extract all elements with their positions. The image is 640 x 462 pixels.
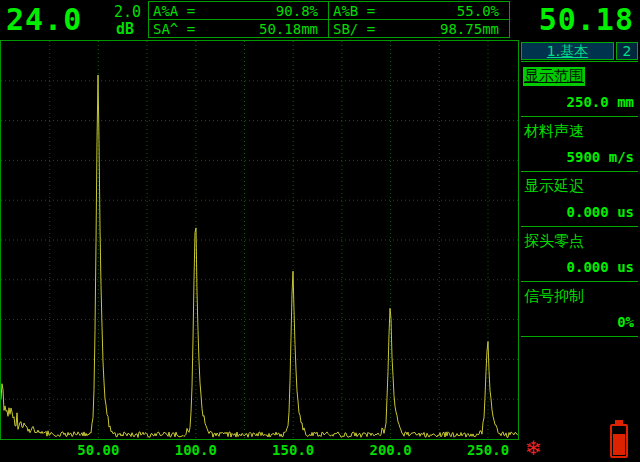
menu-item-value: 250.0 mm xyxy=(567,94,634,110)
primary-distance-readout: 50.18 xyxy=(539,2,634,37)
plot-gridlines xyxy=(1,41,518,439)
ascan-waveform xyxy=(1,41,518,439)
menu-item-label: 材料声速 xyxy=(523,122,585,141)
measurement-label: SA^ = xyxy=(153,21,195,37)
menu-item-value: 0% xyxy=(617,314,634,330)
x-axis-label-100: 100.0 xyxy=(175,442,217,458)
ascan-plot-area xyxy=(0,40,519,440)
gain-step-value: 2.0 xyxy=(114,3,141,21)
menu-item-value: 0.000 us xyxy=(567,259,634,275)
status-icon-row: ❄ xyxy=(525,424,628,458)
menu-item-value: 5900 m/s xyxy=(567,149,634,165)
menu-item-label: 显示范围 xyxy=(523,67,585,86)
menu-tab-2[interactable]: 2 xyxy=(616,42,638,60)
x-axis-label-200: 200.0 xyxy=(370,442,412,458)
x-axis-labels: 50.00100.0150.0200.0250.0 xyxy=(0,440,519,462)
menu-item-value: 0.000 us xyxy=(567,204,634,220)
measurement-sb: SB/ =98.75mm xyxy=(329,20,509,37)
menu-item-label: 信号抑制 xyxy=(523,287,585,306)
menu-item-1[interactable]: 显示范围250.0 mm xyxy=(521,62,638,117)
menu-item-3[interactable]: 显示延迟0.000 us xyxy=(521,172,638,227)
x-axis-label-50: 50.00 xyxy=(77,442,119,458)
measurement-value: 50.18mm xyxy=(259,21,318,37)
menu-item-5[interactable]: 信号抑制0% xyxy=(521,282,638,337)
gain-unit-label: dB xyxy=(116,20,134,38)
measurement-value: 98.75mm xyxy=(440,21,499,37)
measurement-sa: SA^ =50.18mm xyxy=(149,20,329,37)
menu-tabs: 1.基本2 xyxy=(521,42,638,62)
header-bar: 24.0 2.0 dB A%A =90.8%A%B =55.0%SA^ =50.… xyxy=(0,0,640,40)
echo-trace xyxy=(1,75,518,437)
menu-list: 显示范围250.0 mm材料声速5900 m/s显示延迟0.000 us探头零点… xyxy=(521,62,638,337)
battery-fill-level xyxy=(613,434,625,455)
instrument-screen: 24.0 2.0 dB A%A =90.8%A%B =55.0%SA^ =50.… xyxy=(0,0,640,462)
measurement-box: A%A =90.8%A%B =55.0%SA^ =50.18mmSB/ =98.… xyxy=(148,1,510,38)
menu-item-label: 探头零点 xyxy=(523,232,585,251)
menu-panel: 1.基本2 显示范围250.0 mm材料声速5900 m/s显示延迟0.000 … xyxy=(519,40,640,462)
x-axis-label-150: 150.0 xyxy=(272,442,314,458)
freeze-icon: ❄ xyxy=(525,438,542,458)
measurement-a%b: A%B =55.0% xyxy=(329,2,509,20)
menu-item-4[interactable]: 探头零点0.000 us xyxy=(521,227,638,282)
menu-tab-1[interactable]: 1.基本 xyxy=(521,42,614,60)
measurement-label: SB/ = xyxy=(333,21,375,37)
measurement-label: A%A = xyxy=(153,3,195,19)
menu-item-label: 显示延迟 xyxy=(523,177,585,196)
x-axis-label-250: 250.0 xyxy=(467,442,509,458)
menu-item-2[interactable]: 材料声速5900 m/s xyxy=(521,117,638,172)
measurement-value: 90.8% xyxy=(276,3,318,19)
measurement-value: 55.0% xyxy=(457,3,499,19)
gain-readout: 24.0 xyxy=(6,2,82,37)
measurement-label: A%B = xyxy=(333,3,375,19)
battery-icon xyxy=(610,424,628,458)
measurement-a%a: A%A =90.8% xyxy=(149,2,329,20)
